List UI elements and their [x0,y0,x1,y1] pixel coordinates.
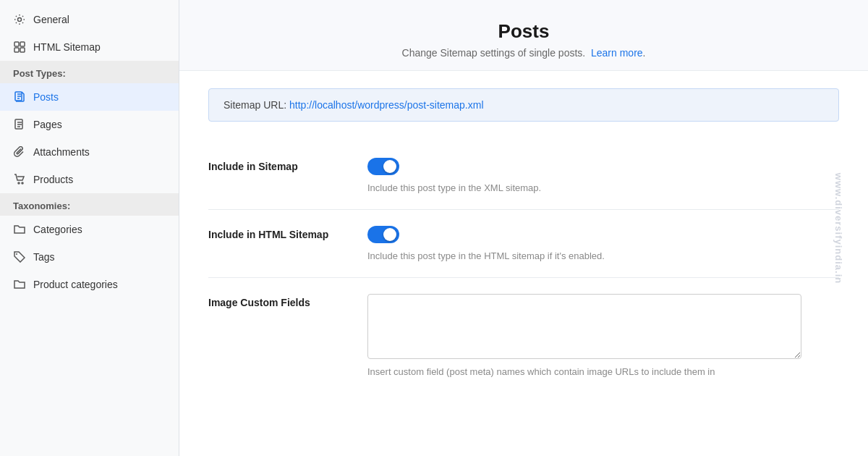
sidebar-item-products-label: Products [33,174,73,185]
sidebar-item-products[interactable]: Products [0,166,179,193]
svg-rect-2 [20,42,25,46]
folder-icon [13,223,26,236]
include-sitemap-toggle[interactable] [367,158,399,175]
svg-point-0 [18,18,22,22]
sidebar-item-attachments[interactable]: Attachments [0,138,179,166]
page-header: Posts Change Sitemap settings of single … [179,0,868,71]
sidebar-item-posts-label: Posts [33,91,59,103]
include-sitemap-description: Include this post type in the XML sitema… [367,182,839,193]
include-html-sitemap-control: Include this post type in the HTML sitem… [367,226,839,261]
sitemap-url-label: Sitemap URL: [224,99,286,111]
image-custom-fields-label: Image Custom Fields [208,294,367,308]
folder2-icon [13,278,26,291]
grid-icon [13,41,26,54]
page-subtitle-text: Change Sitemap settings of single posts. [402,47,586,59]
include-sitemap-label: Include in Sitemap [208,158,367,172]
svg-rect-1 [14,42,19,46]
page-title: Posts [208,20,839,43]
include-sitemap-row: Include in Sitemap Include this post typ… [208,142,839,210]
cart-icon [13,173,26,186]
sidebar-item-posts[interactable]: Posts [0,83,179,111]
sidebar-item-attachments-label: Attachments [33,146,90,158]
toggle-thumb-html [383,228,396,241]
include-sitemap-control: Include this post type in the XML sitema… [367,158,839,193]
svg-point-8 [22,182,23,184]
image-custom-fields-control: Insert custom field (post meta) names wh… [367,294,839,377]
sidebar-item-categories-label: Categories [33,224,82,235]
page-subtitle: Change Sitemap settings of single posts.… [208,47,839,59]
svg-point-7 [18,182,20,184]
sidebar-item-categories[interactable]: Categories [0,216,179,243]
sidebar-item-tags-label: Tags [33,251,55,263]
image-custom-fields-description: Insert custom field (post meta) names wh… [367,366,839,377]
page-icon [13,118,26,131]
gear-icon [13,13,26,26]
sitemap-url-link[interactable]: http://localhost/wordpress/post-sitemap.… [289,99,483,111]
content-area: Sitemap URL: http://localhost/wordpress/… [179,71,868,410]
include-html-sitemap-label: Include in HTML Sitemap [208,226,367,240]
sitemap-url-box: Sitemap URL: http://localhost/wordpress/… [208,88,839,122]
sidebar: General HTML Sitemap Post Types: [0,0,179,456]
post-types-header: Post Types: [0,61,179,83]
sidebar-item-html-sitemap[interactable]: HTML Sitemap [0,33,179,61]
sidebar-item-general[interactable]: General [0,6,179,33]
sidebar-item-product-categories-label: Product categories [33,279,118,290]
toggle-thumb [383,160,396,173]
image-custom-fields-textarea[interactable] [367,294,801,359]
include-html-sitemap-description: Include this post type in the HTML sitem… [367,250,839,261]
sidebar-item-pages-label: Pages [33,119,62,130]
toggle-track-html [367,226,399,243]
learn-more-link[interactable]: Learn more [591,47,643,59]
sidebar-item-product-categories[interactable]: Product categories [0,271,179,298]
svg-rect-4 [20,48,25,52]
sidebar-item-tags[interactable]: Tags [0,243,179,271]
svg-rect-3 [14,48,19,52]
sidebar-item-general-label: General [33,14,69,25]
sidebar-item-pages[interactable]: Pages [0,111,179,138]
main-content: Posts Change Sitemap settings of single … [179,0,868,456]
paperclip-icon [13,145,26,159]
svg-point-9 [16,253,17,255]
include-html-sitemap-toggle[interactable] [367,226,399,243]
app-layout: General HTML Sitemap Post Types: [0,0,868,456]
taxonomies-header: Taxonomies: [0,193,179,216]
toggle-track [367,158,399,175]
sidebar-item-html-sitemap-label: HTML Sitemap [33,41,101,53]
tag-icon [13,250,26,263]
document-icon [13,90,26,104]
image-custom-fields-row: Image Custom Fields Insert custom field … [208,278,839,393]
include-html-sitemap-row: Include in HTML Sitemap Include this pos… [208,210,839,278]
